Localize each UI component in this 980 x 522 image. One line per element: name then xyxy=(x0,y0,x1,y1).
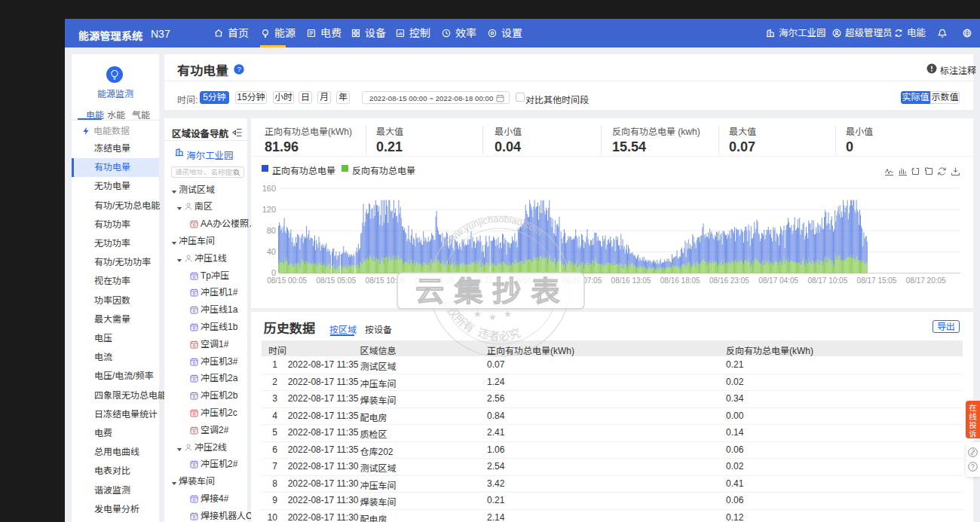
svg-text:08/17 04:05: 08/17 04:05 xyxy=(758,276,798,285)
svg-text:08/16 13:05: 08/16 13:05 xyxy=(611,276,651,285)
svg-text:160: 160 xyxy=(262,184,276,193)
svg-text:40: 40 xyxy=(267,247,276,256)
svg-text:08/15 10:05: 08/15 10:05 xyxy=(366,276,406,285)
svg-text:08/17 20:05: 08/17 20:05 xyxy=(906,276,946,285)
svg-text:08/17 15:05: 08/17 15:05 xyxy=(857,276,897,285)
svg-text:?: ? xyxy=(237,66,240,73)
svg-text:08/17 10:05: 08/17 10:05 xyxy=(807,276,847,285)
svg-text:08/16 18:05: 08/16 18:05 xyxy=(660,276,700,285)
svg-text:120: 120 xyxy=(262,205,276,214)
svg-text:08/16 23:05: 08/16 23:05 xyxy=(709,276,749,285)
svg-text:08/16 07:05: 08/16 07:05 xyxy=(562,276,602,285)
svg-text:08/15 00:05: 08/15 00:05 xyxy=(267,276,307,285)
svg-text:08/15 21:05: 08/15 21:05 xyxy=(464,276,504,285)
svg-text:08/16 02:05: 08/16 02:05 xyxy=(513,276,553,285)
svg-text:80: 80 xyxy=(267,226,276,235)
svg-text:08/15 16:05: 08/15 16:05 xyxy=(415,276,455,285)
svg-text:08/15 05:05: 08/15 05:05 xyxy=(316,276,356,285)
